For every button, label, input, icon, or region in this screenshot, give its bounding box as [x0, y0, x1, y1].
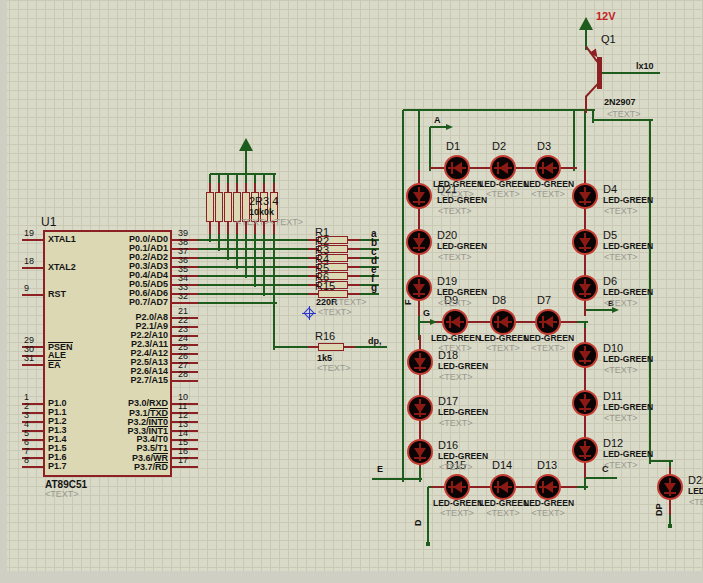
- led-ref[interactable]: D7: [537, 294, 551, 306]
- led-value[interactable]: LED-GREEN: [479, 334, 527, 343]
- wire[interactable]: [236, 231, 238, 269]
- r16-ref[interactable]: R16: [315, 330, 335, 342]
- power-arrow-icon[interactable]: [239, 138, 253, 151]
- wire[interactable]: [357, 275, 379, 277]
- r16-text-placeholder[interactable]: <TEXT>: [317, 364, 351, 374]
- led-ref[interactable]: D21: [437, 183, 457, 195]
- resistor-text-placeholder[interactable]: <TEXT>: [318, 308, 352, 318]
- led-ref[interactable]: D14: [492, 459, 512, 471]
- led-text-placeholder[interactable]: <TEXT>: [604, 366, 638, 376]
- resistor-ref[interactable]: R15: [315, 280, 335, 292]
- net-label-D[interactable]: D: [414, 520, 424, 527]
- wire[interactable]: [592, 110, 594, 123]
- led-text-placeholder[interactable]: <TEXT>: [604, 414, 638, 424]
- led-ref[interactable]: D17: [438, 395, 458, 407]
- network-resistor-body[interactable]: [206, 192, 214, 222]
- led-ref[interactable]: D22: [688, 474, 703, 486]
- led-ref[interactable]: D2: [492, 140, 506, 152]
- led-value[interactable]: LED-GREEN: [438, 408, 488, 417]
- led-text-placeholder[interactable]: <TEXT>: [479, 509, 527, 519]
- resistor-body[interactable]: [318, 343, 344, 351]
- wire[interactable]: [585, 477, 617, 479]
- led-ref[interactable]: D6: [603, 275, 617, 287]
- led-value[interactable]: LED-GREEN: [524, 499, 572, 508]
- net-label-E[interactable]: E: [377, 465, 383, 475]
- wire[interactable]: [227, 231, 229, 260]
- led-ref[interactable]: D11: [603, 390, 622, 402]
- wire[interactable]: [427, 487, 429, 546]
- led-text-placeholder[interactable]: <TEXT>: [604, 207, 638, 217]
- led-ref[interactable]: D16: [438, 439, 458, 451]
- led-ref[interactable]: D19: [437, 275, 457, 287]
- network-resistor-body[interactable]: [215, 192, 223, 222]
- led-value[interactable]: LED-GREEN: [438, 452, 488, 461]
- led-ref[interactable]: D12: [603, 437, 623, 449]
- led-text-placeholder[interactable]: <TEXT>: [524, 344, 572, 354]
- wire[interactable]: [402, 110, 404, 482]
- led-ref[interactable]: D3: [537, 140, 551, 152]
- led-text-placeholder[interactable]: <TEXT>: [689, 498, 703, 508]
- led-text-placeholder[interactable]: <TEXT>: [439, 463, 473, 473]
- chip-part-text-placeholder[interactable]: <TEXT>: [45, 490, 79, 500]
- net-label-DP[interactable]: DP: [655, 503, 665, 516]
- led-value[interactable]: LED-GREEN: [433, 499, 481, 508]
- led-value[interactable]: LED-GREEN: [437, 288, 487, 297]
- led-ref[interactable]: D4: [603, 183, 617, 195]
- led-ref[interactable]: D5: [603, 229, 617, 241]
- wire[interactable]: [602, 72, 660, 74]
- wire[interactable]: [429, 127, 431, 171]
- wire[interactable]: [274, 346, 311, 348]
- net-label-base[interactable]: lx10: [636, 62, 654, 72]
- led-ref[interactable]: D18: [438, 349, 458, 361]
- led-text-placeholder[interactable]: <TEXT>: [439, 419, 473, 429]
- net-label-A[interactable]: A: [434, 116, 441, 126]
- led-value[interactable]: LED-GREEN: [603, 196, 653, 205]
- led-text-placeholder[interactable]: <TEXT>: [438, 299, 472, 309]
- led-value[interactable]: LED-GREEN: [603, 450, 653, 459]
- led-text-placeholder[interactable]: <TEXT>: [433, 509, 481, 519]
- led-text-placeholder[interactable]: <TEXT>: [524, 190, 572, 200]
- power-arrow-icon[interactable]: [579, 17, 593, 30]
- led-value[interactable]: LED-GREEN: [437, 242, 487, 251]
- led-value[interactable]: LED-GREEN: [479, 180, 527, 189]
- network-ref[interactable]: 2R3 4: [249, 195, 278, 207]
- wire[interactable]: [418, 110, 420, 174]
- led-ref[interactable]: D8: [492, 294, 506, 306]
- transistor-text-placeholder[interactable]: <TEXT>: [607, 110, 641, 120]
- led-value[interactable]: LED-GREEN: [438, 362, 488, 371]
- wire[interactable]: [584, 110, 586, 174]
- led-value[interactable]: LED-GREEN: [431, 334, 479, 343]
- wire[interactable]: [196, 302, 277, 304]
- wire[interactable]: [263, 231, 265, 296]
- wire[interactable]: [403, 109, 595, 111]
- led-ref[interactable]: D13: [537, 459, 557, 471]
- led-value[interactable]: LED-GREEN: [603, 288, 653, 297]
- wire[interactable]: [372, 478, 422, 480]
- led-text-placeholder[interactable]: <TEXT>: [524, 509, 572, 519]
- led-ref[interactable]: D1: [446, 140, 460, 152]
- led-value[interactable]: LED-GREEN: [603, 355, 653, 364]
- wire[interactable]: [245, 231, 247, 278]
- led-text-placeholder[interactable]: <TEXT>: [438, 253, 472, 263]
- chip-ref[interactable]: U1: [41, 216, 56, 229]
- led-text-placeholder[interactable]: <TEXT>: [604, 461, 638, 471]
- led-text-placeholder[interactable]: <TEXT>: [439, 373, 473, 383]
- led-value[interactable]: LED-GREEN: [603, 403, 653, 412]
- net-label-segment[interactable]: g: [371, 282, 377, 293]
- net-label-dp[interactable]: dp,: [368, 337, 382, 347]
- wire[interactable]: [573, 110, 575, 171]
- net-label-G[interactable]: G: [423, 309, 430, 319]
- transistor-ref[interactable]: Q1: [601, 33, 616, 45]
- led-value[interactable]: LED-GREEN: [524, 334, 572, 343]
- led-text-placeholder[interactable]: <TEXT>: [604, 299, 638, 309]
- led-ref[interactable]: D20: [437, 229, 457, 241]
- led-value[interactable]: LED-GREEN: [437, 196, 487, 205]
- led-text-placeholder[interactable]: <TEXT>: [479, 344, 527, 354]
- wire[interactable]: [245, 151, 247, 176]
- led-text-placeholder[interactable]: <TEXT>: [438, 207, 472, 217]
- led-value[interactable]: LED-GREEN: [603, 242, 653, 251]
- led-value[interactable]: LED-GREEN: [524, 180, 572, 189]
- network-resistor-body[interactable]: [224, 192, 232, 222]
- network-text-placeholder[interactable]: <TEXT><TEXT>: [236, 218, 303, 228]
- led-ref[interactable]: D10: [603, 342, 623, 354]
